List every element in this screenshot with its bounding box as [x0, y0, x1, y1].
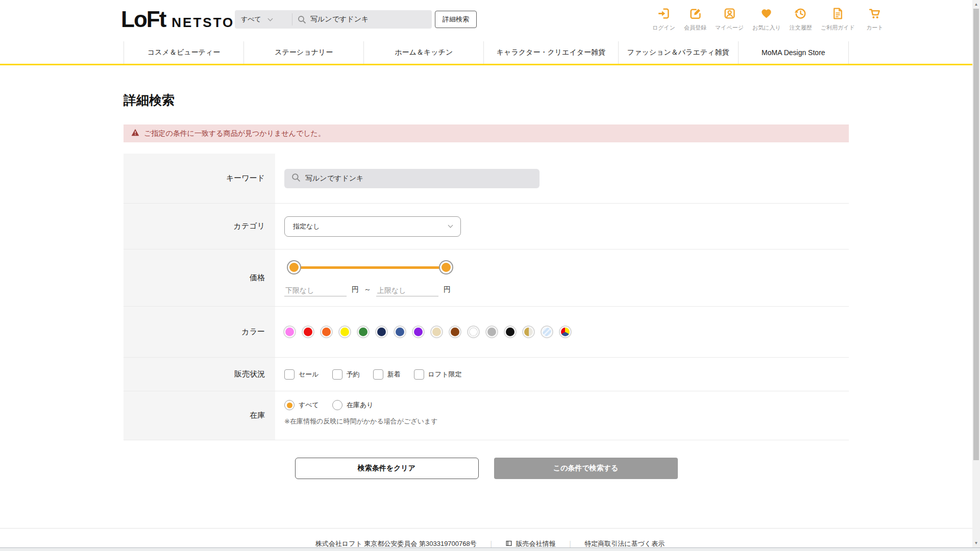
slider-handle-min[interactable]	[288, 261, 300, 273]
color-row: カラー	[124, 307, 849, 358]
price-row: 価格 円 ～ 円	[124, 249, 849, 307]
color-swatch-orange[interactable]	[321, 327, 332, 337]
color-swatch-pink[interactable]	[284, 327, 295, 337]
advanced-search-button[interactable]: 詳細検索	[435, 11, 477, 28]
utility-menu: ログイン 会員登録 マイページ お気に入り 注文履歴	[652, 7, 886, 32]
search-submit-button[interactable]: この条件で検索する	[494, 458, 678, 479]
storefront-icon	[505, 540, 512, 548]
register-button[interactable]: 会員登録	[684, 7, 706, 32]
price-max-input[interactable]	[376, 285, 438, 296]
yen-unit: 円	[444, 285, 451, 296]
guide-label: ご利用ガイド	[821, 24, 855, 32]
register-icon	[689, 7, 702, 22]
favorites-label: お気に入り	[752, 24, 781, 32]
color-swatch-red[interactable]	[303, 327, 313, 337]
stock-label: 在庫	[124, 391, 275, 440]
main-content: 詳細検索 ご指定の条件に一致する商品が見つかりませんでした。 キーワード 写ルン…	[124, 92, 849, 479]
color-swatch-brown[interactable]	[450, 327, 460, 337]
order-history-label: 注文履歴	[790, 24, 812, 32]
nav-item-cosmetics[interactable]: コスメ＆ビューティー	[124, 41, 243, 64]
scroll-down-arrow[interactable]: ▼	[972, 539, 980, 547]
checkbox-label: 新着	[387, 370, 401, 379]
keyword-value: 写ルンですドンキ	[305, 174, 363, 183]
order-history-button[interactable]: 注文履歴	[790, 7, 812, 32]
checkbox-label: 予約	[347, 370, 360, 379]
slider-track[interactable]	[294, 266, 446, 269]
mypage-label: マイページ	[715, 24, 744, 32]
chevron-down-icon	[448, 223, 453, 228]
color-swatch-beige[interactable]	[431, 327, 442, 337]
vertical-scrollbar[interactable]: ▲ ▼	[972, 0, 980, 547]
keyword-row: キーワード 写ルンですドンキ	[124, 154, 849, 204]
login-icon	[657, 7, 671, 22]
history-clock-icon	[794, 7, 807, 22]
radio-all[interactable]: すべて	[284, 400, 319, 410]
color-swatch-navy[interactable]	[376, 327, 387, 337]
page-bottom-strip	[0, 547, 980, 551]
nav-item-moma[interactable]: MoMA Design Store	[738, 41, 849, 64]
checkbox-label: ロフト限定	[428, 370, 462, 379]
header-search-bar: すべて 写ルンですドンキ	[235, 10, 432, 29]
keyword-label: キーワード	[124, 154, 275, 203]
guide-button[interactable]: ご利用ガイド	[821, 7, 855, 32]
color-swatch-clear[interactable]	[542, 327, 552, 337]
nav-item-fashion-variety[interactable]: ファッション＆バラエティ雑貨	[618, 41, 738, 64]
category-selected-value: 指定なし	[293, 222, 320, 231]
page-title: 詳細検索	[124, 92, 849, 109]
radio-button	[332, 400, 342, 410]
color-swatch-gold[interactable]	[523, 327, 534, 337]
scrollbar-thumb[interactable]	[973, 9, 979, 460]
nav-item-character-goods[interactable]: キャラクター・クリエイター雑貨	[483, 41, 618, 64]
search-icon	[298, 15, 306, 24]
checkbox-new[interactable]: 新着	[373, 369, 401, 380]
cart-button[interactable]: カート	[864, 7, 886, 32]
checkbox-box	[414, 369, 424, 380]
stock-note: ※在庫情報の反映に時間がかかる場合がございます	[284, 417, 438, 426]
search-divider	[292, 13, 292, 26]
price-min-input[interactable]	[284, 285, 347, 296]
chevron-down-icon	[267, 16, 273, 21]
color-swatch-purple[interactable]	[413, 327, 424, 337]
mypage-button[interactable]: マイページ	[715, 7, 744, 32]
cart-label: カート	[866, 24, 884, 32]
color-swatch-gray[interactable]	[486, 327, 497, 337]
search-icon	[291, 173, 301, 184]
color-swatch-multicolor[interactable]	[560, 327, 571, 337]
login-label: ログイン	[652, 24, 675, 32]
color-swatch-green[interactable]	[358, 327, 369, 337]
color-swatch-black[interactable]	[505, 327, 516, 337]
nav-item-stationery[interactable]: ステーショナリー	[243, 41, 363, 64]
advanced-search-form: キーワード 写ルンですドンキ カテゴリ 指定なし 価格	[124, 154, 849, 440]
checkbox-preorder[interactable]: 予約	[332, 369, 360, 380]
favorites-button[interactable]: お気に入り	[752, 7, 781, 32]
color-swatch-white[interactable]	[468, 327, 479, 337]
price-inputs: 円 ～ 円	[284, 285, 451, 296]
search-input[interactable]: 写ルンですドンキ	[310, 15, 369, 24]
category-select[interactable]: 指定なし	[284, 216, 461, 237]
no-results-alert: ご指定の条件に一致する商品が見つかりませんでした。	[124, 124, 849, 142]
radio-in-stock[interactable]: 在庫あり	[332, 400, 374, 410]
radio-button-selected	[284, 400, 295, 410]
register-label: 会員登録	[684, 24, 706, 32]
checkbox-box	[332, 369, 342, 380]
mypage-icon	[723, 7, 737, 22]
login-button[interactable]: ログイン	[652, 7, 675, 32]
checkbox-sale[interactable]: セール	[284, 369, 319, 380]
search-category-select[interactable]: すべて	[235, 10, 292, 29]
cart-icon	[868, 7, 881, 22]
checkbox-loft-exclusive[interactable]: ロフト限定	[414, 369, 462, 380]
color-swatch-yellow[interactable]	[339, 327, 350, 337]
clear-conditions-button[interactable]: 検索条件をクリア	[295, 458, 479, 479]
slider-handle-max[interactable]	[440, 261, 452, 273]
nav-item-home-kitchen[interactable]: ホーム＆キッチン	[363, 41, 483, 64]
range-separator: ～	[364, 285, 371, 296]
color-swatch-blue[interactable]	[395, 327, 405, 337]
price-range-slider	[294, 261, 446, 273]
category-nav: コスメ＆ビューティー ステーショナリー ホーム＆キッチン キャラクター・クリエイ…	[124, 41, 849, 64]
keyword-input[interactable]: 写ルンですドンキ	[284, 169, 540, 188]
yen-unit: 円	[352, 285, 359, 296]
category-label: カテゴリ	[124, 204, 275, 249]
warning-icon	[131, 129, 139, 138]
scroll-up-arrow[interactable]: ▲	[972, 0, 980, 9]
search-category-value: すべて	[241, 15, 261, 24]
